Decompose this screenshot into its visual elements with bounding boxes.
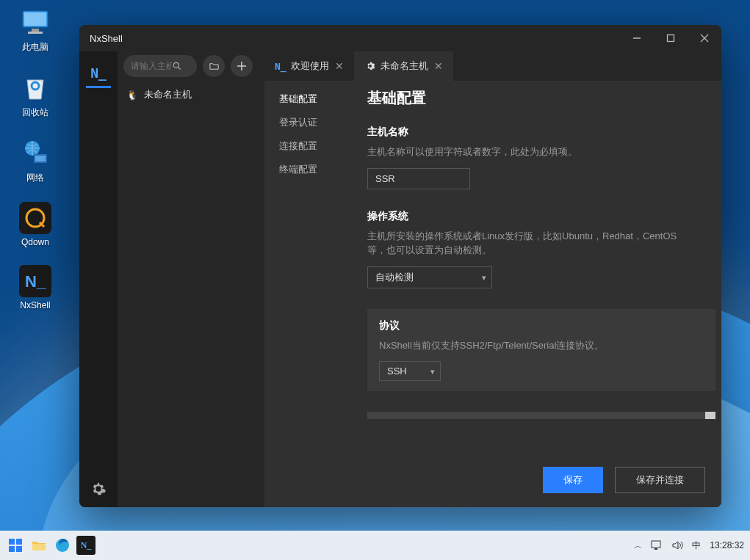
settings-menu: 基础配置 登录认证 连接配置 终端配置 [264, 81, 353, 507]
search-input[interactable] [131, 61, 172, 71]
desktop-icon-qdown[interactable]: Qdown [19, 202, 51, 247]
protocol-select[interactable]: SSH [379, 361, 441, 381]
gear-icon [90, 481, 107, 497]
host-item[interactable]: 🐧 未命名主机 [118, 81, 264, 109]
section-title: 基础配置 [367, 88, 721, 108]
form-scroll-area[interactable]: 基础配置 主机名称 主机名称可以使用字符或者数字，此处为必填项。 操作系统 主机… [353, 81, 721, 453]
menu-terminal-config[interactable]: 终端配置 [279, 163, 353, 176]
desktop-icon-label: NxShell [20, 300, 50, 310]
network-tray-icon[interactable] [651, 540, 663, 550]
edge-icon[interactable] [53, 536, 72, 555]
field-desc: NxShell当前仅支持SSH2/Ftp/Telent/Serial连接协议。 [379, 338, 702, 353]
qdown-icon [19, 202, 51, 234]
toolbar: N_ 欢迎使用 ✕ 未命名主机 ✕ [118, 51, 721, 81]
maximize-button[interactable] [654, 25, 688, 51]
save-and-connect-button[interactable]: 保存并连接 [615, 467, 705, 493]
taskbar[interactable]: N_ ︿ 中 13:28:32 [0, 531, 750, 560]
nxshell-taskbar-icon[interactable]: N_ [76, 536, 95, 555]
start-button[interactable] [6, 536, 25, 555]
desktop-icon-network[interactable]: 网络 [19, 137, 51, 184]
titlebar[interactable]: NxShell [79, 25, 721, 51]
menu-basic-config[interactable]: 基础配置 [279, 92, 353, 106]
nxshell-icon: N_ [19, 265, 51, 297]
desktop-icon-this-pc[interactable]: 此电脑 [19, 6, 51, 54]
svg-rect-7 [19, 202, 51, 234]
field-protocol: 协议 NxShell当前仅支持SSH2/Ftp/Telent/Serial连接协… [367, 309, 715, 392]
field-label: 协议 [379, 319, 704, 332]
tab-label: 欢迎使用 [291, 59, 329, 73]
svg-rect-3 [28, 32, 43, 34]
menu-login-auth[interactable]: 登录认证 [279, 116, 353, 129]
tab-unnamed-host[interactable]: 未命名主机 ✕ [354, 51, 453, 81]
tabs: N_ 欢迎使用 ✕ 未命名主机 ✕ [264, 51, 453, 81]
svg-rect-6 [35, 156, 46, 161]
minimize-button[interactable] [620, 25, 654, 51]
horizontal-scrollbar[interactable] [367, 412, 715, 419]
monitor-icon [19, 6, 51, 38]
tab-label: 未命名主机 [381, 59, 428, 73]
network-icon [19, 137, 51, 169]
svg-rect-16 [16, 546, 22, 552]
svg-point-12 [173, 62, 179, 68]
field-os: 操作系统 主机所安装的操作系统或者Linux发行版，比如Ubuntu，Redha… [367, 210, 721, 288]
search-icon [172, 61, 182, 71]
hostname-input[interactable] [367, 168, 470, 189]
scrollbar-thumb[interactable] [705, 412, 715, 419]
save-button[interactable]: 保存 [543, 467, 603, 493]
svg-rect-1 [24, 12, 46, 26]
add-button[interactable] [231, 55, 253, 77]
settings-button[interactable] [90, 481, 107, 500]
recycle-bin-icon [19, 71, 51, 103]
menu-connection-config[interactable]: 连接配置 [279, 139, 353, 153]
tray-chevron-icon[interactable]: ︿ [634, 540, 642, 551]
close-icon[interactable]: ✕ [434, 60, 443, 72]
select-value: 自动检测 [375, 271, 414, 284]
svg-rect-2 [32, 29, 39, 32]
desktop-icons: 此电脑 回收站 网络 Qdown N_ NxShell [6, 6, 65, 310]
desktop-icon-recycle-bin[interactable]: 回收站 [19, 71, 51, 119]
activity-rail: N_ [79, 51, 118, 507]
folder-button[interactable] [203, 55, 225, 77]
field-hostname: 主机名称 主机名称可以使用字符或者数字，此处为必填项。 [367, 126, 721, 189]
form-footer: 保存 保存并连接 [353, 453, 721, 507]
svg-rect-19 [652, 541, 660, 548]
host-label: 未命名主机 [144, 88, 192, 101]
volume-icon[interactable] [671, 540, 683, 550]
ime-indicator[interactable]: 中 [692, 539, 701, 552]
svg-rect-13 [9, 539, 15, 545]
linux-icon: 🐧 [126, 90, 138, 101]
desktop-icon-label: 网络 [26, 172, 44, 184]
host-list-sidebar: 🐧 未命名主机 [118, 81, 264, 507]
svg-text:N_: N_ [25, 272, 46, 291]
desktop-icon-label: 此电脑 [22, 41, 48, 54]
desktop-icon-label: Qdown [21, 237, 49, 247]
host-search[interactable] [123, 55, 197, 77]
folder-icon [209, 61, 220, 72]
svg-rect-15 [9, 546, 15, 552]
field-desc: 主机名称可以使用字符或者数字，此处为必填项。 [367, 145, 690, 159]
svg-rect-14 [16, 539, 22, 545]
desktop-icon-nxshell[interactable]: N_ NxShell [19, 265, 51, 310]
select-value: SSH [387, 366, 407, 377]
tab-welcome[interactable]: N_ 欢迎使用 ✕ [264, 51, 354, 81]
gear-icon [364, 60, 376, 72]
field-label: 主机名称 [367, 126, 721, 139]
close-icon[interactable]: ✕ [335, 60, 344, 72]
svg-rect-20 [655, 548, 657, 550]
clock[interactable]: 13:28:32 [710, 540, 744, 550]
nxshell-tab-icon: N_ [275, 61, 286, 72]
close-button[interactable] [688, 25, 721, 51]
explorer-icon[interactable] [29, 536, 48, 555]
os-select[interactable]: 自动检测 [367, 266, 492, 288]
field-label: 操作系统 [367, 210, 721, 223]
svg-rect-11 [668, 35, 674, 42]
window-title: NxShell [90, 33, 620, 44]
svg-rect-17 [32, 544, 46, 550]
plus-icon [237, 61, 247, 71]
rail-logo[interactable]: N_ [86, 60, 111, 88]
field-desc: 主机所安装的操作系统或者Linux发行版，比如Ubuntu，Redhat，Cen… [367, 229, 690, 258]
app-window: NxShell N_ N_ 欢迎使用 [79, 25, 721, 507]
desktop-icon-label: 回收站 [22, 106, 48, 119]
